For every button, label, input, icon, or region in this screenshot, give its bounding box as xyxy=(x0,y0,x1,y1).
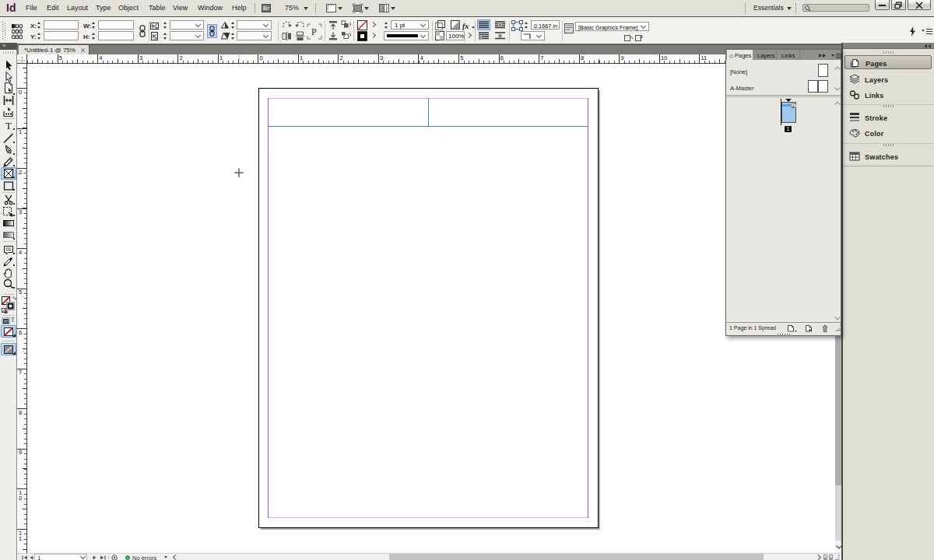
svg-text:P: P xyxy=(311,26,317,37)
